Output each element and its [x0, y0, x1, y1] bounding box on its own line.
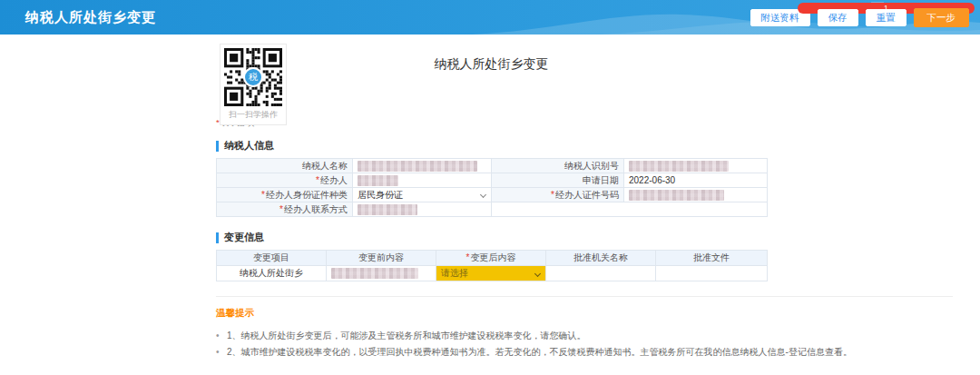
taxpayer-name-value	[353, 159, 492, 173]
approve-org-cell	[546, 266, 656, 281]
table-row: *经办人联系方式	[217, 202, 768, 217]
table-row: 纳税人所处街乡 请选择	[217, 266, 768, 281]
header-toolbar: 附送资料 1 保存 重置 下一步	[750, 8, 970, 27]
tips-title: 温馨提示	[216, 307, 953, 320]
col-change-item: 变更项目	[217, 251, 327, 266]
masked-value	[629, 190, 724, 201]
taxpayer-info-table: 纳税人名称 纳税人识别号 *经办人 申请日期 2022-06-30 *经办人身份…	[216, 158, 768, 217]
taxpayer-id-label: 纳税人识别号	[492, 159, 624, 173]
tips-item: 1、纳税人所处街乡变更后，可能涉及主管税务所和城市维护建设税税率变化，请您确认。	[216, 328, 953, 344]
agent-contact-label: *经办人联系方式	[217, 202, 353, 217]
approve-doc-cell	[656, 266, 768, 281]
table-row: *经办人身份证件种类 居民身份证 *经办人证件号码	[217, 188, 768, 202]
agent-value[interactable]	[353, 173, 492, 188]
col-after-change: *变更后内容	[436, 251, 546, 266]
save-button[interactable]: 保存	[818, 9, 858, 26]
qr-logo-icon: 税	[243, 67, 263, 87]
qr-caption: 扫一扫学操作	[220, 106, 286, 124]
required-note: *表示必填	[216, 117, 767, 129]
page-title: 纳税人所处街乡变更	[25, 9, 156, 26]
apply-date-value: 2022-06-30	[624, 173, 768, 188]
masked-value	[629, 161, 729, 172]
col-approve-org: 批准机关名称	[546, 251, 656, 266]
tips-item: 2、城市维护建设税税率变化的，以受理回执中税费种通知书为准。若无变化的，不反馈税…	[216, 344, 953, 360]
chevron-down-icon	[480, 192, 486, 198]
agent-contact-value[interactable]	[353, 202, 492, 217]
empty-cell	[492, 202, 768, 217]
agent-label: *经办人	[217, 173, 353, 188]
table-row: *经办人 申请日期 2022-06-30	[217, 173, 768, 188]
col-before-change: 变更前内容	[327, 251, 436, 266]
taxpayer-id-value	[624, 159, 768, 173]
section-bar	[216, 141, 219, 152]
masked-value	[358, 175, 398, 186]
tips-section: 温馨提示 1、纳税人所处街乡变更后，可能涉及主管税务所和城市维护建设税税率变化，…	[216, 296, 953, 360]
col-approve-doc: 批准文件	[656, 251, 768, 266]
change-item-cell: 纳税人所处街乡	[217, 266, 327, 281]
masked-value	[331, 268, 418, 279]
main-content: 税 扫一扫学操作 纳税人所处街乡变更 *表示必填 纳税人信息 纳税人名称 纳税人…	[216, 35, 767, 360]
section-bar	[216, 232, 219, 243]
section-taxpayer-info: 纳税人信息	[216, 139, 767, 153]
agent-id-type-label: *经办人身份证件种类	[217, 188, 353, 202]
agent-id-number-label: *经办人证件号码	[492, 188, 624, 202]
table-header-row: 变更项目 变更前内容 *变更后内容 批准机关名称 批准文件	[217, 251, 768, 266]
table-row: 纳税人名称 纳税人识别号	[217, 159, 768, 173]
next-step-button[interactable]: 下一步	[914, 8, 970, 27]
form-title: 纳税人所处街乡变更	[216, 35, 767, 73]
agent-id-type-select[interactable]: 居民身份证	[353, 188, 492, 202]
taxpayer-name-label: 纳税人名称	[217, 159, 353, 173]
masked-value	[358, 204, 417, 215]
change-info-table: 变更项目 变更前内容 *变更后内容 批准机关名称 批准文件 纳税人所处街乡 请选…	[216, 250, 768, 281]
qr-code-block: 税 扫一扫学操作	[220, 44, 287, 125]
masked-value	[358, 161, 477, 172]
chevron-down-icon	[534, 270, 541, 276]
before-change-cell	[327, 266, 436, 281]
tips-list: 1、纳税人所处街乡变更后，可能涉及主管税务所和城市维护建设税税率变化，请您确认。…	[216, 328, 953, 360]
after-change-select[interactable]: 请选择	[436, 266, 546, 281]
agent-id-number-value[interactable]	[624, 188, 768, 202]
reset-button[interactable]: 重置	[866, 9, 906, 26]
apply-date-label: 申请日期	[492, 173, 624, 188]
section-change-info: 变更信息	[216, 231, 767, 244]
app-header: 纳税人所处街乡变更 附送资料 1 保存 重置 下一步	[0, 0, 980, 35]
